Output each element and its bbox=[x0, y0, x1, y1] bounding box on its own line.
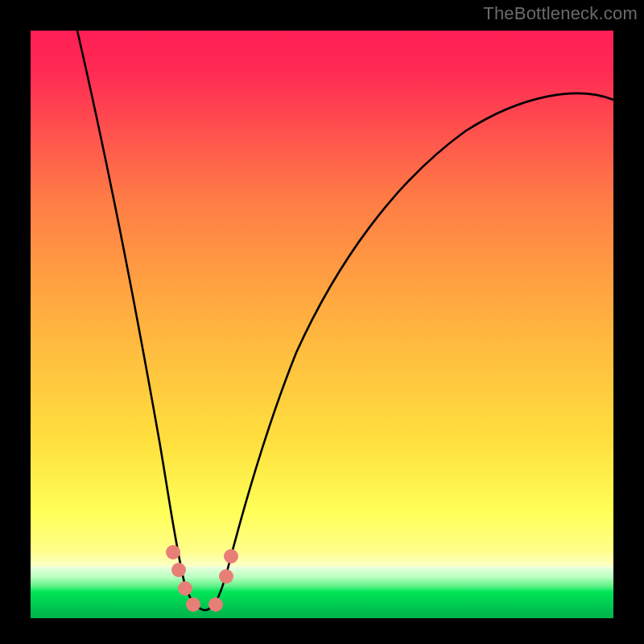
bottleneck-curve bbox=[77, 31, 613, 610]
marker-point bbox=[166, 545, 180, 559]
marker-point bbox=[224, 549, 238, 564]
curve-layer bbox=[31, 31, 613, 618]
frame: TheBottleneck.com bbox=[0, 0, 644, 644]
marker-point bbox=[186, 597, 200, 612]
marker-point bbox=[219, 569, 233, 584]
marker-point bbox=[178, 581, 192, 596]
marker-point bbox=[208, 597, 223, 612]
watermark-text: TheBottleneck.com bbox=[483, 3, 638, 24]
bottleneck-chart bbox=[31, 31, 613, 618]
marker-point bbox=[171, 563, 186, 577]
marker-group bbox=[166, 545, 238, 612]
